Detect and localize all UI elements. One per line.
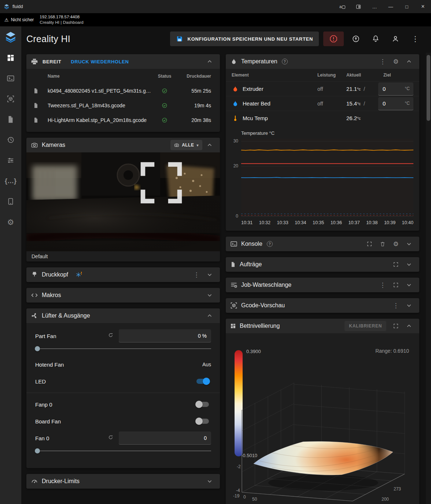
sidebar-item-console[interactable] — [0, 68, 21, 89]
status-collapse-button[interactable] — [204, 56, 216, 67]
led-toggle[interactable] — [196, 379, 209, 384]
mesh-y-tick: 273 — [394, 486, 401, 492]
temperatures-collapse-button[interactable] — [403, 56, 415, 67]
temperatures-menu-button[interactable]: ⋮ — [377, 56, 388, 67]
jobs-expand-button[interactable] — [390, 259, 402, 270]
cameras-collapse-button[interactable] — [204, 139, 216, 151]
save-config-restart-button[interactable]: KONFIGURATION SPEICHERN UND NEU STARTEN — [170, 32, 319, 46]
appbar: Creality HI KONFIGURATION SPEICHERN UND … — [21, 26, 431, 51]
help-icon[interactable]: ? — [267, 241, 273, 247]
window-menu-button[interactable]: … — [366, 0, 383, 13]
calibrate-button[interactable]: KALIBRIEREN — [345, 321, 386, 331]
sidebar-item-gcode-preview[interactable] — [0, 89, 21, 109]
maximize-button[interactable]: □ — [399, 0, 415, 13]
toolhead-menu-button[interactable]: ⋮ — [191, 269, 202, 281]
bed-mesh-card-header: Bettnivellierung KALIBRIEREN — [226, 319, 419, 333]
temperature-chart: Temperature °C 30200 10:3110:3210:3310:3… — [226, 125, 419, 229]
file-row[interactable]: Hi-LightArm Kabel.stp_PLA_20m18s.gcode 2… — [26, 113, 220, 127]
scrollbar-thumb[interactable] — [427, 55, 430, 121]
webcam-stream — [26, 152, 220, 251]
console-expand-button[interactable] — [364, 238, 375, 250]
camera-icon — [174, 142, 179, 148]
fan0-slider[interactable] — [35, 447, 211, 455]
gcode-preview-menu-button[interactable]: ⋮ — [390, 300, 402, 311]
minimize-button[interactable]: — — [383, 0, 399, 13]
page-scrollbar[interactable] — [426, 53, 431, 504]
part-fan-slider[interactable] — [35, 345, 211, 352]
part-fan-reset-button[interactable] — [108, 332, 114, 340]
fan-icon — [31, 312, 38, 319]
camera-source-button[interactable]: ALLE ▾ — [170, 140, 202, 150]
sidebar-item-configuration[interactable]: {…} — [0, 171, 21, 191]
mesh-z-tick: -4 — [236, 488, 240, 493]
fan0-input[interactable]: 0 — [119, 431, 211, 445]
status-card: BEREIT DRUCK WIEDERHOLEN Name Status Dru… — [26, 54, 220, 132]
fanp0-toggle[interactable] — [196, 402, 209, 407]
mesh-3d-plot[interactable] — [232, 354, 413, 504]
mesh-y-tick: 200 — [382, 497, 389, 502]
cube-scan-icon — [230, 302, 237, 309]
sidebar-item-jobs[interactable] — [0, 109, 21, 130]
toolhead-collapse-button[interactable] — [204, 269, 216, 281]
bed-mesh-expand-button[interactable] — [390, 320, 402, 332]
macros-collapse-button[interactable] — [204, 289, 216, 301]
bed-mesh-plot-area[interactable]: Range: 0.6910 0.3900 -0.5010 — [226, 333, 419, 504]
sidebar-item-history[interactable] — [0, 130, 21, 150]
jobs-collapse-button[interactable] — [403, 259, 415, 270]
user-button[interactable] — [388, 31, 403, 47]
upload-and-print-button[interactable] — [348, 31, 364, 47]
reprint-button[interactable]: DRUCK WIEDERHOLEN — [71, 59, 129, 64]
console-collapse-button[interactable] — [403, 238, 415, 250]
macros-card: Makros — [26, 288, 220, 303]
limits-collapse-button[interactable] — [204, 475, 216, 487]
grid-icon — [230, 323, 236, 329]
emergency-stop-button[interactable] — [323, 32, 344, 46]
notifications-button[interactable] — [368, 31, 383, 47]
mesh-z-tick-partial: -19 — [233, 493, 239, 499]
sidebar-item-settings[interactable]: ⚙ — [0, 212, 21, 232]
file-row[interactable]: Tweezers.stl_PLA_18m43s.gcode 19m 4s — [26, 98, 220, 113]
fan0-reset-button[interactable] — [108, 434, 114, 442]
translate-button[interactable]: a — [334, 0, 350, 13]
divider — [26, 393, 220, 393]
security-warning[interactable]: ⚠ Nicht sicher — [4, 17, 34, 23]
printer-name: Creality HI — [26, 34, 70, 44]
extruder-target-input[interactable]: 0°C — [378, 82, 413, 96]
job-queue-card: Job-Warteschlange ⋮ — [226, 278, 419, 292]
console-clear-button[interactable] — [377, 238, 388, 250]
job-queue-expand-button[interactable] — [390, 279, 402, 291]
help-icon[interactable]: ? — [282, 59, 288, 64]
app-menu-button[interactable]: ⋮ — [408, 31, 423, 47]
sidebar-item-dashboard[interactable] — [0, 48, 21, 68]
gcode-preview-collapse-button[interactable] — [403, 300, 415, 311]
sidebar: {…} ⚙ — [0, 26, 21, 504]
outputs-collapse-button[interactable] — [204, 310, 216, 322]
split-window-button[interactable] — [350, 0, 366, 13]
sidebar-item-tune[interactable] — [0, 150, 21, 171]
sidebar-item-system[interactable] — [0, 191, 21, 212]
fullscreen-icon[interactable] — [106, 155, 216, 210]
job-queue-collapse-button[interactable] — [403, 279, 415, 291]
device-icon — [7, 197, 15, 205]
job-queue-card-header: Job-Warteschlange ⋮ — [226, 278, 419, 292]
window-titlebar: fluidd a … — □ × — [0, 0, 431, 13]
close-button[interactable]: × — [415, 0, 431, 13]
limits-card: Drucker-Limits — [26, 474, 220, 489]
alert-mark: ! — [81, 271, 82, 275]
app-icon — [4, 4, 10, 10]
part-fan-input[interactable]: 0 % — [119, 329, 211, 342]
limits-card-header: Drucker-Limits — [26, 474, 220, 489]
console-card-header: Konsole ? ⚙ — [226, 237, 419, 251]
temperature-chart-area[interactable]: 30200 — [241, 139, 413, 216]
temperatures-settings-button[interactable]: ⚙ — [390, 56, 402, 67]
fluidd-logo[interactable] — [0, 26, 21, 48]
estop-icon — [329, 35, 338, 43]
gcode-preview-card-header: Gcode-Vorschau ⋮ — [226, 298, 419, 313]
bell-icon — [372, 35, 380, 43]
board-fan-toggle[interactable] — [196, 419, 209, 424]
job-queue-menu-button[interactable]: ⋮ — [377, 279, 388, 291]
heater-bed-target-input[interactable]: 0°C — [378, 97, 413, 110]
bed-mesh-collapse-button[interactable] — [403, 320, 415, 332]
console-settings-button[interactable]: ⚙ — [390, 238, 402, 250]
file-row[interactable]: k0494_480802045 v1.stl_PETG_54m31s.gcode… — [26, 84, 220, 98]
